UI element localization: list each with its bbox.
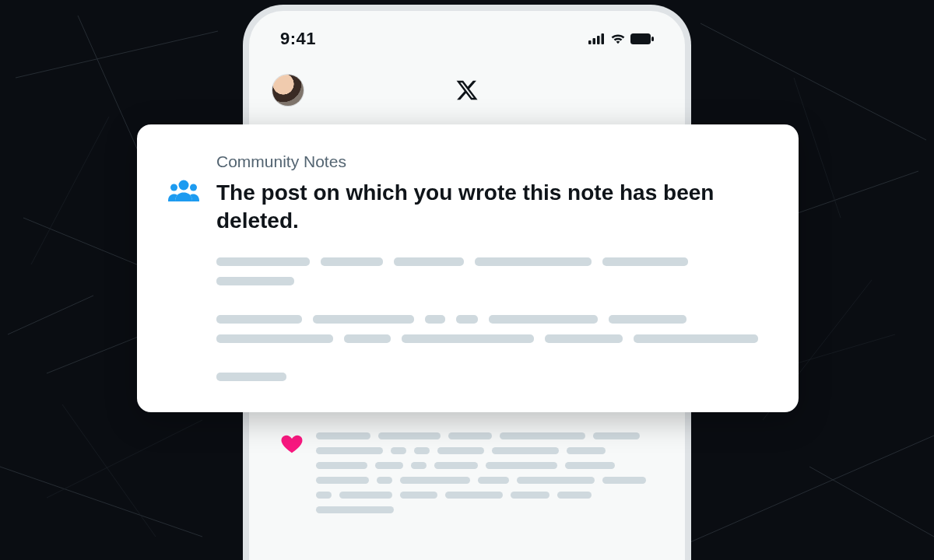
x-logo-icon[interactable]	[455, 79, 479, 102]
svg-line-8	[809, 467, 934, 537]
svg-rect-19	[602, 33, 605, 44]
battery-icon	[630, 33, 654, 44]
svg-point-22	[179, 180, 189, 191]
card-body: Community Notes The post on which you wr…	[216, 152, 767, 381]
svg-rect-21	[651, 37, 654, 41]
community-note-card: Community Notes The post on which you wr…	[137, 124, 799, 412]
svg-rect-18	[597, 36, 600, 44]
feed-item-placeholder-text	[316, 432, 662, 513]
svg-line-0	[16, 31, 218, 78]
svg-line-14	[62, 404, 156, 537]
status-bar: 9:41	[249, 28, 685, 50]
svg-rect-16	[588, 40, 592, 44]
feed-item[interactable]	[272, 423, 662, 523]
card-label: Community Notes	[216, 152, 767, 171]
wifi-icon	[610, 33, 626, 44]
svg-line-13	[794, 78, 841, 218]
status-time: 9:41	[280, 29, 316, 49]
profile-avatar[interactable]	[272, 75, 304, 106]
card-headline: The post on which you wrote this note ha…	[216, 179, 767, 236]
card-placeholder-text	[216, 257, 767, 381]
svg-line-7	[78, 16, 140, 156]
svg-point-23	[170, 184, 177, 191]
svg-rect-17	[593, 38, 596, 44]
svg-line-12	[47, 420, 202, 498]
status-indicators	[588, 33, 654, 44]
app-header	[249, 72, 685, 109]
svg-line-1	[0, 467, 202, 537]
svg-line-4	[685, 436, 934, 544]
heart-icon	[280, 432, 304, 456]
card-icon-slot	[168, 152, 201, 381]
svg-line-6	[23, 218, 156, 272]
svg-line-9	[8, 296, 93, 334]
svg-point-24	[190, 184, 197, 191]
cellular-signal-icon	[588, 33, 606, 44]
svg-rect-20	[630, 33, 651, 44]
svg-line-3	[700, 23, 926, 140]
svg-line-10	[31, 117, 109, 264]
community-notes-people-icon	[168, 179, 199, 204]
feed-item-icon-slot	[272, 432, 304, 513]
